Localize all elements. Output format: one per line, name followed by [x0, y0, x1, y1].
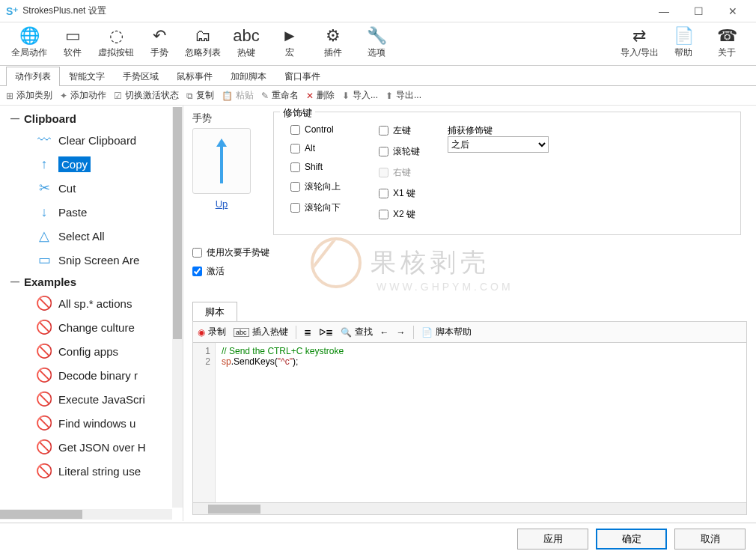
toolbar-macro[interactable]: ►宏 — [271, 25, 308, 59]
no-icon: 🚫 — [36, 463, 52, 479]
tree-group-Clipboard[interactable]: —Clipboard — [6, 109, 174, 128]
tab-strip: 动作列表智能文字手势区域鼠标事件加卸脚本窗口事件 — [0, 66, 756, 86]
capture-select[interactable]: 之后 — [448, 136, 549, 153]
tab-mouseevent[interactable]: 鼠标事件 — [168, 67, 222, 86]
mod-Control[interactable]: Control — [290, 124, 341, 135]
content-area: —Clipboard〰Clear Clipboard↑Copy✂Cut↓Past… — [0, 106, 756, 521]
toolbar-plugin[interactable]: ⚙插件 — [314, 25, 352, 59]
secondary-gesture-check[interactable]: 使用次要手势键 — [192, 246, 269, 259]
ok-button[interactable]: 确定 — [596, 529, 667, 550]
tree-item[interactable]: 🚫All sp.* actions — [6, 291, 174, 315]
close-button[interactable]: ✕ — [716, 0, 750, 22]
tab-actionlist[interactable]: 动作列表 — [6, 67, 60, 86]
no-icon: 🚫 — [36, 367, 52, 383]
mod-滚轮向上[interactable]: 滚轮向上 — [290, 180, 341, 193]
toolbar-hotkey[interactable]: abc热键 — [228, 25, 265, 59]
toolbar-vbutton[interactable]: ◌虚拟按钮 — [97, 25, 135, 59]
copy-icon: ⧉ — [186, 91, 193, 101]
tree-item[interactable]: 🚫Change culture — [6, 315, 174, 339]
sidebar-hscroll[interactable] — [0, 509, 172, 520]
mod-左键[interactable]: 左键 — [379, 124, 420, 137]
export-icon: ⬆ — [385, 91, 393, 101]
action-togglestate[interactable]: ☑切换激活状态 — [114, 89, 179, 102]
no-icon: 🚫 — [36, 343, 52, 359]
activate-check[interactable]: 激活 — [192, 265, 269, 278]
indent-button[interactable]: ≣ — [304, 327, 311, 338]
find-button[interactable]: 🔍查找 — [341, 326, 373, 338]
addaction-icon: ✦ — [60, 91, 67, 101]
maximize-button[interactable]: ☐ — [681, 0, 716, 22]
cancel-button[interactable]: 取消 — [674, 529, 746, 550]
tree-item[interactable]: ✂Cut — [6, 176, 174, 200]
modifier-group: 修饰键 ControlAltShift滚轮向上滚轮向下 左键滚轮键右键X1 键X… — [273, 112, 741, 235]
tree-item[interactable]: 🚫Config apps — [6, 339, 174, 363]
rect-icon: ▭ — [36, 252, 52, 268]
hscroll-thumb[interactable] — [208, 505, 260, 514]
script-tab[interactable]: 脚本 — [192, 302, 237, 321]
prev-button[interactable]: ← — [380, 327, 389, 338]
tree-item[interactable]: 🚫Execute JavaScri — [6, 387, 174, 411]
action-bar: ⊞添加类别✦添加动作☑切换激活状态⧉复制📋粘贴✎重命名✕删除⬇导入...⬆导出.… — [0, 86, 756, 106]
toolbar-options[interactable]: 🔧选项 — [358, 25, 395, 59]
delete-icon: ✕ — [306, 91, 314, 101]
toolbar-global[interactable]: 🌐全局动作 — [10, 25, 48, 59]
toolbar-ie[interactable]: ⇄导入/导出 — [621, 25, 659, 59]
mod-Alt[interactable]: Alt — [290, 143, 341, 153]
tree-item[interactable]: 🚫Get JSON over H — [6, 435, 174, 459]
tree-item[interactable]: 〰Clear Clipboard — [6, 128, 174, 152]
toolbar-software[interactable]: ▭软件 — [54, 25, 91, 59]
insert-hotkey-button[interactable]: abc插入热键 — [234, 326, 288, 338]
mod-X2 键[interactable]: X2 键 — [379, 208, 420, 221]
tab-loadscript[interactable]: 加卸脚本 — [222, 67, 275, 86]
action-export[interactable]: ⬆导出... — [385, 89, 421, 102]
toolbar-ignore[interactable]: 🗂忽略列表 — [184, 25, 222, 59]
action-import[interactable]: ⬇导入... — [342, 89, 378, 102]
editor-text[interactable]: // Send the CTRL+C keystroke sp.SendKeys… — [216, 343, 746, 502]
tree-group-Examples[interactable]: —Examples — [6, 272, 174, 291]
tree-item[interactable]: 🚫Literal string use — [6, 459, 174, 483]
tree-item[interactable]: ↓Paste — [6, 200, 174, 224]
next-button[interactable]: → — [397, 327, 406, 338]
mod-滚轮向下[interactable]: 滚轮向下 — [290, 201, 341, 214]
vscroll-thumb[interactable] — [173, 107, 182, 339]
mod-Shift[interactable]: Shift — [290, 162, 341, 172]
tree-item[interactable]: ↑Copy — [6, 152, 174, 176]
record-button[interactable]: ◉录制 — [198, 326, 226, 338]
action-rename[interactable]: ✎重命名 — [261, 89, 299, 102]
editor-hscroll[interactable] — [192, 503, 747, 515]
mod-滚轮键[interactable]: 滚轮键 — [379, 145, 420, 158]
gesture-link[interactable]: Up — [192, 198, 251, 210]
script-help-button[interactable]: 📄脚本帮助 — [421, 326, 472, 338]
action-addcat[interactable]: ⊞添加类别 — [6, 89, 52, 102]
sidebar-vscroll[interactable] — [172, 107, 183, 508]
toolbar-gesture[interactable]: ↶手势 — [141, 25, 178, 59]
mod-X1 键[interactable]: X1 键 — [379, 187, 420, 200]
toolbar-help[interactable]: 📄帮助 — [665, 25, 702, 59]
action-delete[interactable]: ✕删除 — [306, 89, 335, 102]
toolbar-about[interactable]: ☎关于 — [708, 25, 746, 59]
outdent-button[interactable]: ᐅ≣ — [319, 327, 333, 338]
no-icon: 🚫 — [36, 295, 52, 311]
script-toolbar: ◉录制 abc插入热键 ≣ ᐅ≣ 🔍查找 ← → 📄脚本帮助 — [192, 321, 747, 342]
tab-gesturearea[interactable]: 手势区域 — [114, 67, 168, 86]
apply-button[interactable]: 应用 — [517, 529, 588, 550]
action-addaction[interactable]: ✦添加动作 — [60, 89, 106, 102]
watermark: 果核剥壳 WWW.GHPYM.COM — [311, 233, 625, 293]
hscroll-thumb[interactable] — [0, 510, 82, 519]
tab-windowevent[interactable]: 窗口事件 — [275, 67, 329, 86]
tree-item[interactable]: 🚫Decode binary r — [6, 363, 174, 387]
tab-smarttext[interactable]: 智能文字 — [60, 67, 114, 86]
minimize-button[interactable]: — — [647, 0, 681, 22]
app-icon: S⁺ — [6, 5, 18, 17]
capture-label: 捕获修饰键 — [448, 124, 493, 137]
code-editor[interactable]: 1 2 // Send the CTRL+C keystroke sp.Send… — [192, 342, 747, 503]
loader-icon: ◌ — [109, 25, 124, 46]
stack-icon: 🗂 — [195, 25, 211, 46]
action-copy[interactable]: ⧉复制 — [186, 89, 214, 102]
togglestate-icon: ☑ — [114, 91, 122, 101]
gesture-preview[interactable] — [192, 128, 251, 194]
tree-item[interactable]: △Select All — [6, 224, 174, 248]
import-icon: ⬇ — [342, 91, 350, 101]
tree-item[interactable]: ▭Snip Screen Are — [6, 248, 174, 272]
tree-item[interactable]: 🚫Find windows u — [6, 411, 174, 435]
